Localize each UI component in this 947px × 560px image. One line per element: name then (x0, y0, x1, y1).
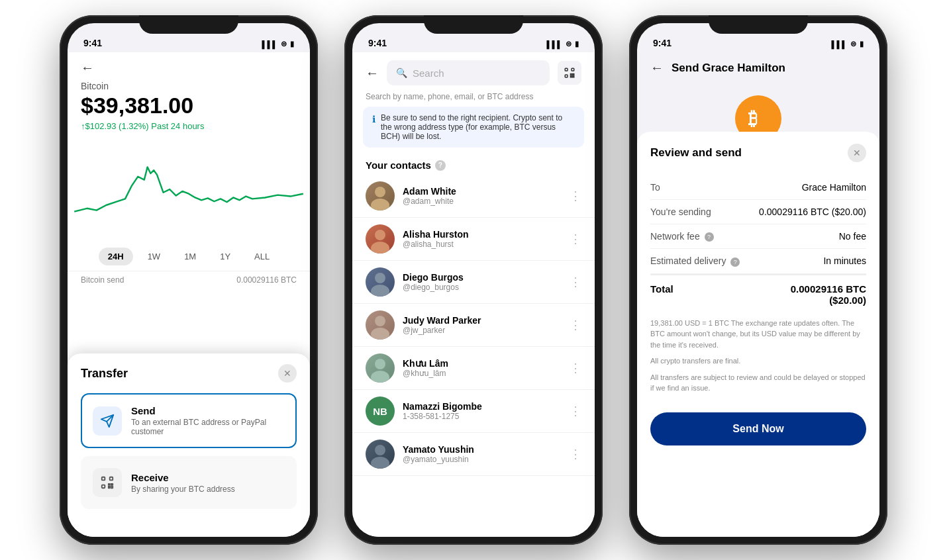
contact-name-diego: Diego Burgos (403, 272, 562, 283)
delivery-value: In minutes (823, 256, 866, 266)
fine-print-1: 19,381.00 USD = 1 BTC The exchange rate … (650, 318, 866, 351)
fine-print: 19,381.00 USD = 1 BTC The exchange rate … (650, 318, 866, 404)
svg-rect-12 (571, 74, 572, 75)
screen-3: ← Send Grace Hamilton ₿ Send Bitcoin Rev… (637, 52, 879, 537)
contacts-help-icon[interactable]: ? (435, 160, 446, 171)
more-dots-khuu[interactable]: ⋮ (570, 361, 581, 375)
signal-icon-2: ▌▌▌ (547, 40, 562, 48)
total-label: Total (650, 283, 673, 295)
back-button-1[interactable]: ← (81, 60, 297, 75)
send-desc: To an external BTC address or PayPal cus… (131, 418, 285, 436)
transfer-modal: Transfer ✕ Send To an external BTC addre… (68, 353, 310, 537)
time-filters: 24H 1W 1M 1Y ALL (68, 242, 310, 271)
change-text: ↑$102.93 (1.32%) Past 24 hours (81, 121, 204, 131)
filter-1w[interactable]: 1W (138, 248, 170, 265)
review-header: Review and send ✕ (650, 144, 866, 162)
receive-option-text: Receive By sharing your BTC address (131, 472, 285, 494)
more-dots-adam[interactable]: ⋮ (570, 189, 581, 203)
review-row-to: To Grace Hamilton (650, 175, 866, 200)
receive-icon (100, 475, 115, 490)
delivery-label: Estimated delivery ? (650, 256, 740, 266)
avatar-namazzi: NB (366, 397, 395, 426)
info-icon: ℹ (372, 114, 375, 141)
to-value: Grace Hamilton (802, 182, 866, 193)
contact-item-yamato[interactable]: Yamato Yuushin @yamato_yuushin ⋮ (352, 433, 595, 476)
svg-rect-9 (565, 68, 568, 71)
phone-2: 9:41 ▌▌▌ ⊜ ▮ ← 🔍 Search Search by name, … (344, 15, 603, 545)
svg-rect-2 (102, 477, 105, 481)
btc-footer-value: 0.00029116 BTC (236, 275, 297, 285)
more-dots-yamato[interactable]: ⋮ (570, 447, 581, 461)
total-usd: ($20.00) (791, 295, 866, 306)
back-button-2[interactable]: ← (366, 66, 379, 81)
battery-icon: ▮ (290, 40, 294, 48)
contact-item[interactable]: Adam White @adam_white ⋮ (352, 175, 595, 218)
search-box[interactable]: 🔍 Search (387, 60, 550, 85)
filter-24h[interactable]: 24H (99, 248, 133, 265)
status-icons-1: ▌▌▌ ⊜ ▮ (262, 40, 294, 48)
bitcoin-icon: ₿ (745, 105, 772, 132)
fee-help-icon[interactable]: ? (705, 232, 714, 242)
contact-handle-adam: @adam_white (403, 197, 562, 206)
send-icon (100, 414, 115, 428)
contact-name-khuu: Khưu Lâm (403, 358, 562, 369)
crypto-change: ↑$102.93 (1.32%) Past 24 hours (81, 121, 297, 131)
svg-rect-10 (572, 68, 574, 71)
svg-rect-5 (109, 484, 110, 485)
receive-option-icon (93, 468, 122, 497)
review-row-sending: You're sending 0.00029116 BTC ($20.00) (650, 200, 866, 224)
contact-info-khuu: Khưu Lâm @khưu_lâm (403, 358, 562, 378)
send-option[interactable]: Send To an external BTC address or PayPa… (81, 393, 297, 448)
modal-close-button[interactable]: ✕ (278, 364, 297, 383)
contact-item-khuu[interactable]: Khưu Lâm @khưu_lâm ⋮ (352, 347, 595, 390)
send-title: Send (131, 405, 285, 416)
svg-rect-7 (109, 487, 110, 489)
phone3-header: ← Send Grace Hamilton (637, 52, 879, 82)
contact-info-namazzi: Namazzi Bigombe 1-358-581-1275 (403, 401, 562, 421)
contact-item-judy[interactable]: Judy Ward Parker @jw_parker ⋮ (352, 304, 595, 347)
svg-rect-14 (571, 76, 572, 77)
more-dots-diego[interactable]: ⋮ (570, 275, 581, 289)
contact-handle-diego: @diego_burgos (403, 283, 562, 292)
contact-item-namazzi[interactable]: NB Namazzi Bigombe 1-358-581-1275 ⋮ (352, 390, 595, 433)
notch-3 (709, 15, 808, 34)
status-icons-2: ▌▌▌ ⊜ ▮ (547, 40, 579, 48)
more-dots-namazzi[interactable]: ⋮ (570, 404, 581, 418)
filter-1m[interactable]: 1M (175, 248, 205, 265)
contact-list: Adam White @adam_white ⋮ Alisha Hurston (352, 175, 595, 476)
notch-1 (139, 15, 238, 34)
qr-icon (564, 67, 575, 79)
phone-1: 9:41 ▌▌▌ ⊜ ▮ ← Bitcoin $39,381.00 ↑$102.… (60, 15, 318, 545)
filter-1y[interactable]: 1Y (211, 248, 240, 265)
battery-icon-2: ▮ (575, 40, 579, 48)
to-label: To (650, 182, 660, 193)
contact-item-alisha[interactable]: Alisha Hurston @alisha_hurst ⋮ (352, 218, 595, 261)
modal-title: Transfer (81, 367, 128, 381)
contact-name-alisha: Alisha Hurston (403, 229, 562, 240)
review-row-fee: Network fee ? No fee (650, 224, 866, 249)
contact-handle-khuu: @khưu_lâm (403, 369, 562, 378)
back-button-3[interactable]: ← (650, 60, 664, 75)
filter-all[interactable]: ALL (245, 248, 279, 265)
contact-name-yamato: Yamato Yuushin (403, 444, 562, 455)
contact-item-diego[interactable]: Diego Burgos @diego_burgos ⋮ (352, 261, 595, 304)
svg-rect-11 (565, 75, 568, 77)
btc-footer-label: Bitcoin send (81, 275, 124, 285)
qr-button[interactable] (558, 61, 581, 85)
svg-rect-13 (573, 74, 574, 75)
modal-header: Transfer ✕ (81, 364, 297, 383)
search-placeholder: Search (413, 68, 444, 79)
contact-info-adam: Adam White @adam_white (403, 186, 562, 206)
svg-point-20 (375, 273, 385, 283)
delivery-help-icon[interactable]: ? (730, 257, 740, 267)
contact-info-yamato: Yamato Yuushin @yamato_yuushin (403, 444, 562, 464)
more-dots-alisha[interactable]: ⋮ (570, 232, 581, 246)
receive-option[interactable]: Receive By sharing your BTC address (81, 456, 297, 509)
svg-point-19 (371, 242, 389, 254)
more-dots-judy[interactable]: ⋮ (570, 318, 581, 332)
review-close-button[interactable]: ✕ (848, 144, 866, 162)
contact-name-adam: Adam White (403, 186, 562, 197)
fee-value: No fee (839, 231, 866, 242)
send-now-button[interactable]: Send Now (650, 412, 866, 445)
contact-handle-judy: @jw_parker (403, 326, 562, 335)
